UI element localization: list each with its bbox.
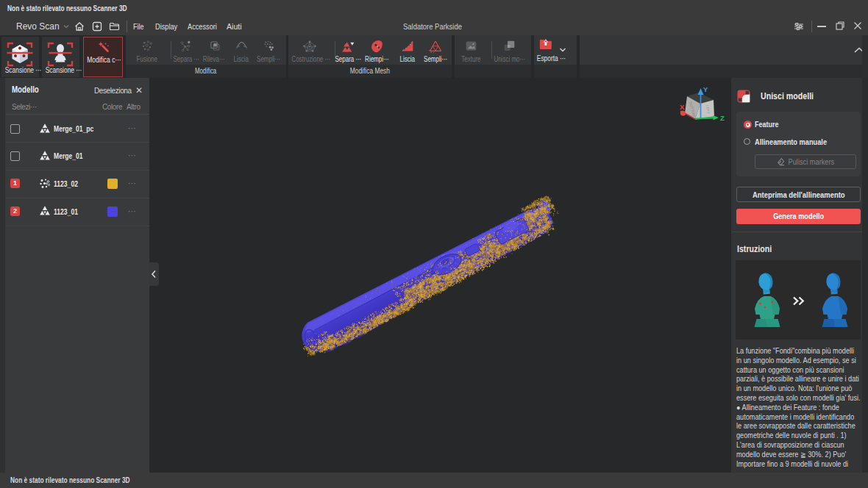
svg-text:Y: Y [703, 85, 708, 93]
svg-text:X: X [680, 103, 685, 111]
svg-text:Z: Z [720, 114, 725, 122]
svg-text:LEFT: LEFT [705, 105, 711, 115]
